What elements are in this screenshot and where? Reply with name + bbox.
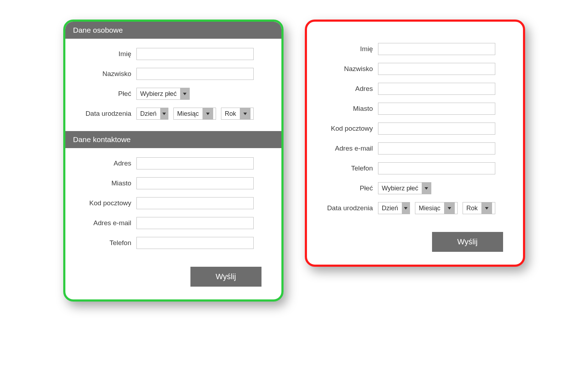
label-firstname: Imię [318, 45, 378, 53]
label-address: Adres [76, 159, 136, 167]
select-month[interactable]: Miesiąc [173, 108, 216, 120]
select-gender[interactable]: Wybierz płeć [378, 182, 431, 194]
label-phone: Telefon [76, 239, 136, 247]
row-address: Adres [318, 83, 512, 95]
select-day[interactable]: Dzień [378, 202, 410, 214]
label-city: Miasto [76, 179, 136, 187]
input-firstname[interactable] [378, 43, 495, 55]
row-phone: Telefon [76, 237, 271, 249]
input-city[interactable] [378, 103, 495, 115]
row-lastname: Nazwisko [318, 63, 512, 75]
label-gender: Płeć [318, 184, 378, 192]
select-year-text: Rok [221, 110, 240, 118]
row-dob: Data urodzenia Dzień Miesiąc Rok [76, 108, 271, 120]
chevron-down-icon [160, 108, 168, 119]
chevron-down-icon [422, 183, 431, 194]
row-dob: Data urodzenia Dzień Miesiąc Rok [318, 202, 512, 214]
select-year[interactable]: Rok [221, 108, 254, 120]
row-firstname: Imię [76, 48, 271, 60]
row-phone: Telefon [318, 162, 512, 174]
select-month-text: Miesiąc [415, 205, 444, 212]
input-lastname[interactable] [378, 63, 495, 75]
submit-row: Wyślij [65, 263, 281, 287]
label-firstname: Imię [76, 50, 136, 58]
input-phone[interactable] [378, 162, 495, 174]
label-email: Adres e-mail [318, 145, 378, 152]
submit-row: Wyślij [307, 228, 523, 252]
input-city[interactable] [136, 177, 254, 189]
row-gender: Płeć Wybierz płeć [76, 88, 271, 100]
label-lastname: Nazwisko [318, 65, 378, 73]
submit-button[interactable]: Wyślij [432, 232, 503, 252]
row-city: Miasto [318, 103, 512, 115]
row-city: Miasto [76, 177, 271, 189]
chevron-down-icon [481, 202, 492, 214]
form-card-good: Dane osobowe Imię Nazwisko Płeć Wybierz … [63, 20, 284, 302]
row-firstname: Imię [318, 43, 512, 55]
label-lastname: Nazwisko [76, 70, 136, 78]
label-address: Adres [318, 85, 378, 93]
chevron-down-icon [203, 108, 213, 119]
row-gender: Płeć Wybierz płeć [318, 182, 512, 194]
row-email: Adres e-mail [76, 217, 271, 229]
select-gender-text: Wybierz płeć [378, 185, 422, 192]
input-address[interactable] [378, 83, 495, 95]
input-email[interactable] [136, 217, 254, 229]
label-postcode: Kod pocztowy [76, 199, 136, 207]
select-day[interactable]: Dzień [136, 108, 168, 120]
row-lastname: Nazwisko [76, 68, 271, 80]
chevron-down-icon [444, 202, 455, 214]
label-phone: Telefon [318, 164, 378, 172]
select-month-text: Miesiąc [174, 110, 203, 118]
select-year-text: Rok [463, 205, 481, 212]
input-address[interactable] [136, 157, 254, 169]
label-dob: Data urodzenia [76, 110, 136, 118]
select-gender[interactable]: Wybierz płeć [136, 88, 190, 100]
flat-fields: Imię Nazwisko Adres Miasto Kod pocztowy … [307, 22, 523, 226]
input-firstname[interactable] [136, 48, 254, 60]
input-email[interactable] [378, 142, 495, 155]
contact-fields: Adres Miasto Kod pocztowy Adres e-mail T… [65, 148, 281, 260]
label-gender: Płeć [76, 90, 136, 98]
label-postcode: Kod pocztowy [318, 125, 378, 132]
select-day-text: Dzień [137, 110, 160, 118]
row-postcode: Kod pocztowy [76, 197, 271, 209]
label-dob: Data urodzenia [318, 204, 378, 212]
label-email: Adres e-mail [76, 219, 136, 227]
personal-fields: Imię Nazwisko Płeć Wybierz płeć Data uro… [65, 39, 281, 131]
submit-button[interactable]: Wyślij [190, 267, 261, 287]
chevron-down-icon [240, 108, 250, 119]
select-month[interactable]: Miesiąc [415, 202, 458, 214]
input-postcode[interactable] [378, 123, 495, 135]
label-city: Miasto [318, 105, 378, 113]
input-lastname[interactable] [136, 68, 254, 80]
input-postcode[interactable] [136, 197, 254, 209]
select-year[interactable]: Rok [463, 202, 495, 214]
input-phone[interactable] [136, 237, 254, 249]
row-address: Adres [76, 157, 271, 169]
row-postcode: Kod pocztowy [318, 123, 512, 135]
section-header-contact: Dane kontaktowe [65, 131, 281, 148]
section-header-personal: Dane osobowe [65, 22, 281, 39]
select-gender-text: Wybierz płeć [137, 90, 180, 98]
row-email: Adres e-mail [318, 142, 512, 155]
select-day-text: Dzień [378, 205, 402, 212]
chevron-down-icon [180, 88, 189, 99]
form-card-bad: Imię Nazwisko Adres Miasto Kod pocztowy … [305, 20, 525, 267]
chevron-down-icon [402, 202, 410, 214]
